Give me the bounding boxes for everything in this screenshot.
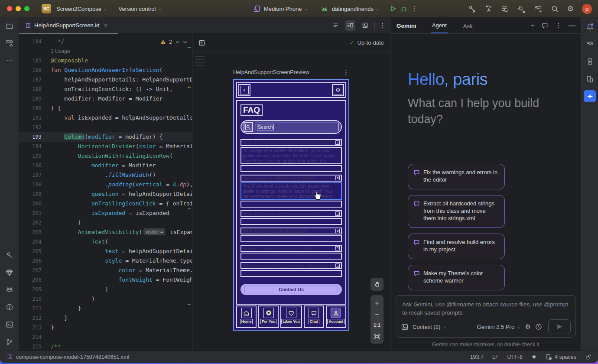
code-line[interactable]: 187 helpAndSupportDetails: HelpAndSuppor… — [19, 75, 192, 84]
code-line[interactable]: 213} — [19, 323, 192, 332]
file-encoding[interactable]: UTF-8 — [507, 354, 523, 360]
expand-box-icon[interactable] — [335, 211, 340, 216]
gemini-input-box[interactable]: Ask Gemini, use @filename to attach sour… — [396, 295, 575, 338]
suggestion-card[interactable]: Make my Theme's color scheme warmer — [408, 265, 505, 290]
more-tool-windows-icon[interactable]: ⋯ — [3, 55, 16, 67]
editor-options-icon[interactable]: ⋮ — [379, 22, 386, 29]
code-line[interactable]: 198 .padding(vertical = 4.dp), — [19, 180, 192, 189]
caret-position[interactable]: 193:7 — [470, 354, 484, 360]
zoom-out-button[interactable]: − — [370, 308, 384, 319]
code-line[interactable]: 203 AnimatedVisibility(visible = isExpan… — [19, 228, 192, 237]
code-line[interactable]: 192 — [19, 123, 192, 132]
expand-box-icon[interactable] — [335, 263, 340, 268]
model-dropdown[interactable]: Gemini 2.5 Pro⌄ — [477, 324, 520, 330]
faq-question[interactable]: How do I block or report someone? — [240, 210, 342, 217]
settings-gear-icon[interactable]: ⚙ — [567, 4, 574, 13]
nav-item-chat[interactable]: Chat — [304, 306, 324, 328]
settings-button[interactable]: ⚙ — [332, 84, 344, 96]
preview-canvas[interactable]: HelpAndSupportScreenPreview ⋮ ‹ ⚙ FAQ — [192, 52, 390, 351]
code-line[interactable]: 209 ) — [19, 285, 192, 294]
indent-setting[interactable]: 4 spaces — [546, 354, 576, 360]
search-bar[interactable]: Search — [240, 120, 342, 134]
code-line[interactable]: 191 val isExpanded = helpAndSupportDetai… — [19, 113, 192, 123]
code-line[interactable]: 199 question = helpAndSupportDetails.que… — [19, 189, 192, 199]
next-warning-icon[interactable] — [183, 41, 188, 44]
nav-item-star[interactable]: For You — [258, 306, 279, 328]
code-line[interactable]: 186fun QuestionAndAnswerInfoSection( — [19, 65, 192, 75]
faq-question[interactable]: Can I pause or delete my profile? — [240, 175, 342, 182]
prompt-history-icon[interactable] — [535, 323, 542, 330]
code-line[interactable]: 208 fontWeight = FontWeight.Normal — [19, 275, 192, 285]
tab-agent[interactable]: Agent — [431, 22, 448, 33]
recent-changes-icon[interactable] — [501, 5, 509, 13]
close-tab-icon[interactable]: × — [104, 22, 107, 29]
preview-options-icon[interactable]: ⋮ — [343, 68, 349, 76]
code-line[interactable]: 188 onTrailingIconClick: () -> Unit, — [19, 84, 192, 94]
faq-answer[interactable]: Yes, if you need a break, you can pause … — [240, 182, 342, 200]
code-line[interactable]: 201 isExpanded = isExpanded — [19, 208, 192, 218]
suggestion-card[interactable]: Find and resolve build errors in my proj… — [408, 234, 505, 259]
code-line[interactable]: 215/** — [19, 342, 192, 351]
gradle-tool-icon[interactable] — [584, 38, 596, 50]
running-devices-icon[interactable] — [584, 55, 596, 68]
chat-history-icon[interactable] — [542, 23, 548, 29]
code-line[interactable]: 185@Composable — [19, 56, 192, 65]
user-avatar[interactable]: p — [582, 4, 592, 14]
tab-helpandsupportscreen[interactable]: HelpAndSupportScreen.kt × — [19, 17, 112, 33]
suggestion-card[interactable]: Fix the warnings and errors in the edito… — [408, 164, 505, 189]
code-line[interactable]: 204 Text( — [19, 237, 192, 247]
problems-tool-icon[interactable] — [3, 301, 16, 313]
run-config-selector[interactable]: datingandfriends ⌄ — [332, 6, 380, 12]
faq-answer[interactable]: To change your profile information, go t… — [240, 147, 342, 164]
attach-debugger-icon[interactable] — [517, 5, 526, 13]
tab-ask[interactable]: Ask — [462, 23, 474, 33]
code-line[interactable]: 206 style = MaterialTheme.typography.bod… — [19, 256, 192, 266]
gemini-options-icon[interactable]: ⋮ — [555, 22, 562, 29]
nav-item-home[interactable]: Home — [236, 306, 257, 328]
attach-image-icon[interactable] — [401, 324, 408, 330]
gemini-settings-icon[interactable]: ⚙ — [525, 323, 531, 331]
vcs-selector[interactable]: Version control ⌄ — [118, 6, 161, 12]
notifications-bell-icon[interactable] — [584, 21, 596, 33]
context-dropdown[interactable]: Context (2)⌄ — [413, 324, 447, 330]
faq-question[interactable]: How do I cancel my subscription? — [240, 245, 342, 252]
expand-box-icon[interactable] — [335, 246, 340, 250]
back-button[interactable]: ‹ — [238, 84, 250, 96]
code-line[interactable]: 197 .fillMaxWidth() — [19, 170, 192, 180]
gemini-spark-icon[interactable] — [584, 90, 596, 102]
zoom-window-icon[interactable] — [24, 6, 29, 11]
code-line[interactable]: 189 modifier: Modifier = Modifier — [19, 94, 192, 104]
code-line[interactable]: 211 } — [19, 304, 192, 313]
new-chat-icon[interactable]: + — [531, 22, 535, 29]
hide-panel-icon[interactable]: — — [569, 22, 575, 29]
code-line[interactable]: 195 QuestionWithTrailingIconRow( — [19, 151, 192, 161]
preview-view-icon[interactable] — [360, 20, 370, 31]
code-line[interactable]: 196 modifier = Modifier — [19, 161, 192, 170]
project-selector[interactable]: Screen2Compose ⌄ — [56, 6, 107, 12]
faq-question[interactable]: Why did my match disappear? — [240, 228, 342, 234]
device-manager-icon[interactable] — [584, 73, 596, 85]
close-window-icon[interactable] — [7, 6, 12, 11]
nav-item-person[interactable]: Account — [326, 306, 346, 328]
logcat-tool-icon[interactable] — [3, 284, 16, 296]
code-line[interactable]: 1 Usage — [19, 46, 192, 56]
faq-question[interactable]: How do I change my profile information? — [240, 139, 342, 146]
zoom-in-button[interactable]: + — [370, 297, 384, 308]
code-line[interactable]: 194 HorizontalDivider(color = MaterialTh… — [19, 142, 192, 151]
suggestion-card[interactable]: Extract all hardcoded strings from this … — [408, 195, 505, 228]
ai-actions-icon[interactable]: A — [484, 5, 493, 13]
search-input[interactable]: Search — [256, 123, 339, 131]
code-line[interactable]: 210 ) — [19, 294, 192, 304]
gemini-status-icon[interactable] — [531, 354, 537, 360]
terminal-tool-icon[interactable] — [3, 318, 16, 331]
app-quality-insights-icon[interactable] — [3, 266, 16, 279]
code-line[interactable]: 212 } — [19, 313, 192, 323]
search-everywhere-icon[interactable] — [551, 5, 559, 13]
more-actions-icon[interactable]: ⋮ — [411, 5, 417, 13]
zoom-to-fit-button[interactable] — [370, 331, 384, 342]
debug-button[interactable] — [400, 5, 407, 13]
pan-hand-icon[interactable] — [370, 278, 384, 291]
project-tool-icon[interactable] — [3, 20, 16, 32]
unlock-icon[interactable] — [585, 354, 591, 360]
inspections-widget[interactable]: 2 — [160, 39, 188, 45]
